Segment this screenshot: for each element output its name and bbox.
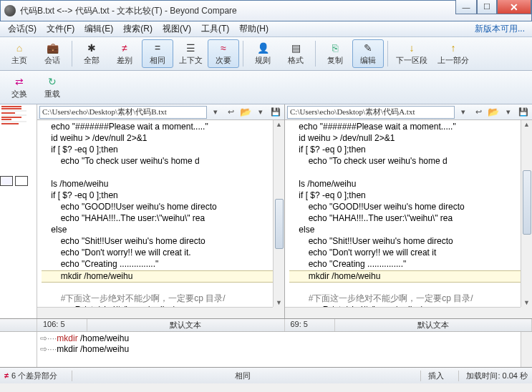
home-button[interactable]: ⌂主页 xyxy=(4,39,35,68)
code-line[interactable]: echo "#######Please wait a moment....." xyxy=(289,122,456,132)
context-button[interactable]: ☰上下文 xyxy=(175,39,206,68)
menubar: 会话(S) 文件(F) 编辑(E) 搜索(R) 视图(V) 工具(T) 帮助(H… xyxy=(0,21,532,37)
not-equal-icon: ≠ xyxy=(118,42,131,54)
minimize-button[interactable]: — xyxy=(455,0,477,14)
diff-count: ≠6 个差异部分 xyxy=(4,371,57,381)
right-path-input[interactable] xyxy=(287,106,455,119)
home-icon: ⌂ xyxy=(13,42,26,54)
merge-scrollbar[interactable] xyxy=(521,332,532,367)
code-line[interactable]: echo "#######Please wait a moment....." xyxy=(42,122,208,132)
code-line[interactable]: ls /home/weihu xyxy=(289,179,356,189)
asterisk-icon: ✱ xyxy=(85,42,98,54)
next-section-button[interactable]: ↓下一区段 xyxy=(392,39,432,68)
right-scrollbar-h[interactable] xyxy=(285,307,521,318)
close-button[interactable]: ✕ xyxy=(497,0,531,14)
arrow-up-icon: ↑ xyxy=(447,42,460,54)
merge-lines[interactable]: ⇨····mkdir /home/weihu ⇨····mkdir /home/… xyxy=(37,332,532,367)
right-code-area[interactable]: echo "#######Please wait a moment....." … xyxy=(285,120,532,318)
code-line[interactable]: if [ $? -eq 0 ];then xyxy=(42,190,118,200)
workspace: ▾ ↩ 📂 ▾ 💾 echo "#######Please wait a mom… xyxy=(0,104,532,319)
main-toolbar: ⌂主页 💼会话 ✱全部 ≠差别 =相同 ☰上下文 ≈次要 👤规则 ▤格式 ⎘复制… xyxy=(0,37,532,71)
format-button[interactable]: ▤格式 xyxy=(280,39,311,68)
minor-button[interactable]: ≈次要 xyxy=(208,39,239,68)
code-line[interactable]: echo "GOOD!!User weihu's home directo xyxy=(289,202,465,212)
code-line[interactable]: echo "Creating ..............." xyxy=(42,259,158,269)
show-diff-button[interactable]: ≠差别 xyxy=(109,39,140,68)
thumbnail-column[interactable] xyxy=(0,104,37,318)
merge-area: ⇨····mkdir /home/weihu ⇨····mkdir /home/… xyxy=(0,332,532,368)
menu-view[interactable]: 视图(V) xyxy=(158,21,196,36)
code-line[interactable]: echo "Shit!!User weihu's home directo xyxy=(289,236,453,246)
left-save-icon[interactable]: 💾 xyxy=(269,106,282,119)
reload-icon: ↻ xyxy=(46,76,59,87)
merge-arrow-icon: ⇨···· xyxy=(40,344,57,354)
code-line[interactable]: mkdir /home/weihu xyxy=(42,270,284,283)
edit-button[interactable]: ✎编辑 xyxy=(352,39,384,68)
menu-search[interactable]: 搜索(R) xyxy=(118,21,158,36)
menu-help[interactable]: 帮助(H) xyxy=(234,21,274,36)
window-title: 代码B.txt <--> 代码A.txt - 文本比较(T) - Beyond … xyxy=(20,5,237,17)
code-line[interactable]: echo "To check user weihu's home d xyxy=(42,156,200,166)
referee-icon: 👤 xyxy=(256,42,269,54)
left-path-input[interactable] xyxy=(39,106,207,119)
code-line[interactable]: id weihu > /dev/null 2>&1 xyxy=(42,133,147,143)
menu-edit[interactable]: 编辑(E) xyxy=(79,21,118,36)
left-pathbar: ▾ ↩ 📂 ▾ 💾 xyxy=(37,104,284,120)
code-line[interactable]: echo "Don't worry!! we will creat it. xyxy=(42,248,191,258)
code-line[interactable]: echo "GOOD!!User weihu's home directo xyxy=(42,202,217,212)
reload-button[interactable]: ↻重载 xyxy=(37,73,68,102)
left-scrollbar-h[interactable] xyxy=(37,307,273,318)
code-line[interactable]: if [ $? -eq 0 ];then xyxy=(42,144,118,155)
menu-session[interactable]: 会话(S) xyxy=(3,21,42,36)
code-line[interactable]: id weihu > /dev/null 2>&1 xyxy=(289,133,395,143)
left-open-icon[interactable]: 📂 xyxy=(239,106,252,119)
code-line[interactable]: echo "HAHA!!!..The user:\"weihu\" rea xyxy=(42,213,205,223)
swap-icon: ⇄ xyxy=(13,76,26,87)
left-menu-icon[interactable]: ▾ xyxy=(254,106,267,119)
right-open-icon[interactable]: 📂 xyxy=(487,106,500,119)
right-menu-icon[interactable]: ▾ xyxy=(502,106,515,119)
section-status: 相同 xyxy=(72,371,406,381)
left-scrollbar-v[interactable] xyxy=(273,120,284,307)
code-line[interactable]: echo "Don't worry!! we will creat it xyxy=(289,248,436,258)
menu-tools[interactable]: 工具(T) xyxy=(196,21,234,36)
thumbnail-viewport-right[interactable] xyxy=(15,176,28,186)
left-history-icon[interactable]: ↩ xyxy=(224,106,237,119)
right-save-icon[interactable]: 💾 xyxy=(517,106,530,119)
pane-statusbar: 106: 5 默认文本 69: 5 默认文本 xyxy=(0,319,532,332)
right-history-icon[interactable]: ↩ xyxy=(472,106,485,119)
code-line[interactable]: #下面这一步绝对不能少啊，一定要cp 目录/ xyxy=(42,293,226,303)
show-all-button[interactable]: ✱全部 xyxy=(76,39,107,68)
code-line[interactable]: mkdir /home/weihu xyxy=(289,270,532,283)
merge-arrow-icon: ⇨···· xyxy=(40,333,57,343)
code-line[interactable]: #下面这一步绝对不能少啊，一定要cp 目录/ xyxy=(289,293,473,303)
update-link[interactable]: 新版本可用... xyxy=(475,23,529,35)
show-same-button[interactable]: =相同 xyxy=(142,39,173,68)
code-line[interactable]: else xyxy=(42,225,67,235)
code-line[interactable] xyxy=(42,167,51,177)
code-line[interactable]: echo "Shit!!User weihu's home directo xyxy=(42,236,205,246)
equal-icon: = xyxy=(151,42,164,54)
code-line[interactable]: echo "To check user weihu's home d xyxy=(289,156,448,166)
code-line[interactable] xyxy=(289,167,299,177)
code-line[interactable]: echo "Creating ..............." xyxy=(289,259,406,269)
left-dropdown-icon[interactable]: ▾ xyxy=(209,106,222,119)
swap-button[interactable]: ⇄交换 xyxy=(4,73,35,102)
session-button[interactable]: 💼会话 xyxy=(37,39,68,68)
rules-button[interactable]: 👤规则 xyxy=(247,39,279,68)
code-line[interactable]: else xyxy=(289,225,314,235)
load-time: 加载时间: 0.04 秒 xyxy=(458,371,528,381)
maximize-button[interactable]: ☐ xyxy=(477,0,497,14)
code-line[interactable]: if [ $? -eq 0 ];then xyxy=(289,190,366,200)
menu-file[interactable]: 文件(F) xyxy=(42,21,79,36)
thumbnail-viewport-left[interactable] xyxy=(0,176,13,186)
code-line[interactable]: ls /home/weihu xyxy=(42,179,108,189)
code-line[interactable]: if [ $? -eq 0 ];then xyxy=(289,144,366,155)
right-position: 69: 5 xyxy=(285,319,335,331)
code-line[interactable]: echo "HAHA!!!..The user:\"weihu\" rea xyxy=(289,213,453,223)
left-code-area[interactable]: echo "#######Please wait a moment....." … xyxy=(37,120,284,318)
right-scrollbar-v[interactable] xyxy=(521,120,532,307)
prev-section-button[interactable]: ↑上一部分 xyxy=(433,39,473,68)
right-dropdown-icon[interactable]: ▾ xyxy=(457,106,470,119)
copy-button[interactable]: ⎘复制 xyxy=(319,39,351,68)
